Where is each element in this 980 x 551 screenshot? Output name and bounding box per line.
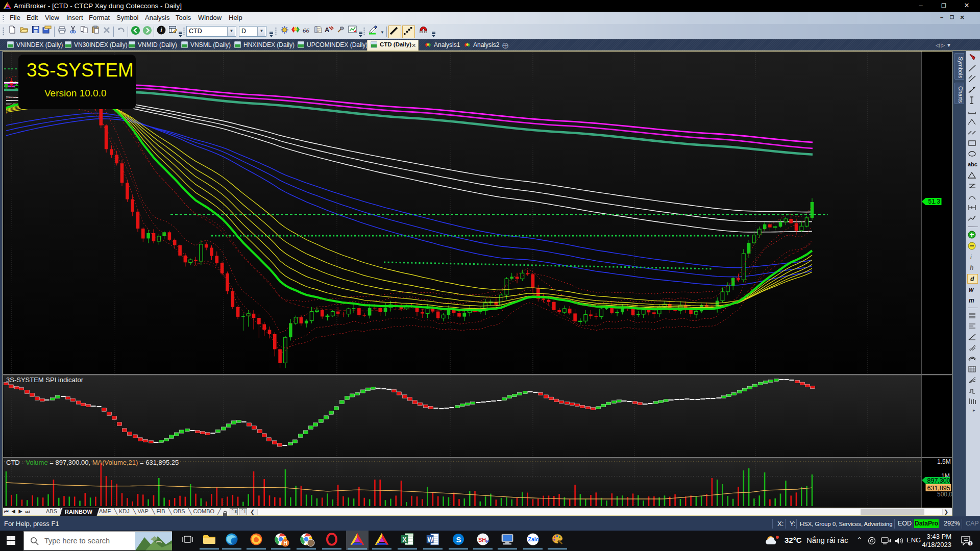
svg-text:897,300: 897,300 [927, 477, 950, 484]
svg-text:d: d [970, 276, 974, 283]
svg-text:abc: abc [968, 161, 977, 167]
svg-text:1: 1 [969, 541, 972, 546]
svg-text:51.3: 51.3 [928, 198, 941, 205]
svg-text:m: m [969, 297, 974, 304]
svg-text:S: S [456, 535, 461, 544]
svg-text:W: W [428, 536, 434, 543]
svg-text:3S-SYSTEM SPI indicator: 3S-SYSTEM SPI indicator [6, 376, 84, 384]
svg-text:CTD - Volume = 897,300.00, MA(: CTD - Volume = 897,300.00, MA(Volume,21)… [6, 459, 179, 466]
svg-text:Zalo: Zalo [528, 536, 540, 542]
svg-text:h: h [970, 264, 973, 271]
svg-text:Version 10.0.0: Version 10.0.0 [44, 88, 106, 98]
svg-text:A: A [325, 26, 330, 34]
svg-text:w: w [969, 286, 974, 293]
svg-text:1.5M: 1.5M [937, 458, 951, 465]
svg-text:X: X [403, 536, 407, 543]
svg-text:66: 66 [303, 27, 310, 34]
svg-text:3S-SYSTEM: 3S-SYSTEM [27, 60, 134, 81]
svg-text:500,000: 500,000 [937, 491, 952, 498]
svg-text:i: i [970, 254, 972, 261]
